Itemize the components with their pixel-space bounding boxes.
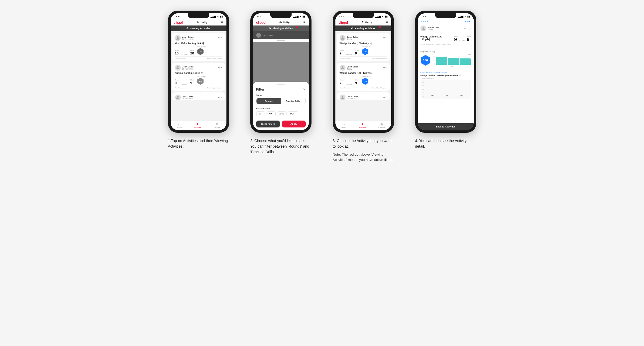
detail-user-name: Josh Coles (428, 26, 439, 29)
avatar-1 (175, 35, 181, 41)
filter-drills-btn[interactable]: Practice Drills (281, 98, 305, 104)
status-icons-1: ▂▄▆ ▼ ▮▮ (211, 15, 222, 18)
dashed-line (427, 84, 469, 84)
activities-list-3: Josh Coles Today ••• Wedge Ladder (100–1… (335, 31, 391, 121)
filter-icon-3: ⚙ (351, 27, 353, 30)
activities-list-1: Josh Coles 28 Feb 2023 ••• Must Make Put… (171, 31, 226, 121)
battery-icon: ▮▮ (220, 15, 223, 18)
viewing-banner-1[interactable]: ⚙ Viewing Activities (171, 25, 226, 31)
logo-2: clippd (256, 20, 266, 24)
stat-shots-label-1: OUT OF (182, 53, 188, 55)
viewing-banner-text-2: Viewing Activities (272, 27, 293, 30)
nav-activities-3[interactable]: ♟ Activities (359, 122, 366, 129)
filter-title: Filter (256, 87, 265, 91)
logo-1: clippd (174, 20, 183, 24)
wifi-icon-3: ▼ (382, 15, 384, 18)
back-button[interactable]: < Back (421, 20, 428, 23)
filter-chip-putt[interactable]: PUTT (288, 111, 298, 116)
red-dot-3 (379, 26, 381, 28)
filter-chip-app[interactable]: APP (267, 111, 276, 116)
user-date-2: 28 Feb 2023 (182, 68, 194, 70)
activity-card-3-3[interactable]: Josh Coles 28 Feb 2023 ••• (337, 92, 390, 100)
nav-activities-label-1: Activities (194, 127, 201, 129)
stat-sq-1: Shot Quality 75 (197, 46, 206, 55)
signal-icon-3: ▂▄▆ (375, 15, 381, 18)
card-stats-1: Score 10 OUT OF Shots 2 (175, 46, 222, 55)
activity-card-3-2[interactable]: Josh Coles Today ••• Wedge Ladder (100–1… (337, 63, 390, 91)
user-name-2: Josh Coles (182, 66, 194, 68)
score-val-1: 10 (175, 51, 179, 55)
card-user-info-1: Josh Coles 28 Feb 2023 (175, 35, 194, 41)
user-name-col-2: Josh Coles 28 Feb 2023 (182, 66, 194, 70)
expand-icon[interactable]: ⤢ (469, 27, 471, 30)
nav-activities-1[interactable]: ♟ Activities (194, 122, 201, 129)
card-title-2: Putting Combine (3-15 ft) (175, 72, 222, 74)
activity-card-3[interactable]: Josh Coles 28 Feb 2023 ••• (172, 92, 225, 100)
sq-badge-1: 75 (197, 48, 204, 55)
hamburger-icon-2[interactable]: ≡ (303, 20, 305, 24)
filter-chip-ott[interactable]: OTT (256, 111, 265, 116)
filter-actions: Clear Filters Apply (256, 121, 306, 127)
session-sq-label: → Avg Shot Quality (420, 77, 471, 79)
apply-button[interactable]: Apply (282, 121, 306, 127)
nav-capture-3[interactable]: ⊕ Capture (378, 122, 385, 129)
filter-rounds-btn[interactable]: Rounds (256, 98, 281, 104)
svg-point-5 (342, 96, 343, 97)
nav-capture-1[interactable]: ⊕ Capture (213, 122, 220, 129)
app-header-2: clippd Activity ≡ (253, 19, 309, 25)
signal-icon-2: ▂▄▆ (293, 15, 298, 18)
wifi-icon-2: ▼ (299, 15, 302, 18)
chart-x-label: APP (433, 65, 471, 67)
more-dots-2[interactable]: ••• (218, 66, 222, 70)
viewing-banner-text-3: Viewing Activities (355, 27, 375, 30)
filter-close-button[interactable]: ✕ (303, 88, 306, 91)
svg-point-2 (177, 96, 179, 97)
score-label-1: Score (175, 49, 179, 51)
status-time-1: 13:20 (174, 15, 180, 18)
activity-card-2[interactable]: Josh Coles 28 Feb 2023 ••• Putting Combi… (172, 63, 225, 91)
nav-home-1[interactable]: ⌂ Home (177, 122, 182, 129)
user-name-1: Josh Coles (182, 36, 194, 38)
hamburger-icon-3[interactable]: ≡ (386, 20, 388, 24)
viewing-banner-2[interactable]: ⚙ Viewing Activities (253, 25, 309, 31)
more-dots-1[interactable]: ••• (218, 36, 222, 40)
chart-top-label: 130 (433, 53, 471, 55)
activity-card-1[interactable]: Josh Coles 28 Feb 2023 ••• Must Make Put… (172, 33, 225, 61)
filter-header: Filter ✕ (256, 87, 306, 91)
header-title-3: Activity (361, 21, 372, 24)
screen-1: 13:20 ▂▄▆ ▼ ▮▮ clippd Activity ≡ ⚙ Vie (171, 13, 226, 130)
status-icons-3: ▂▄▆ ▼ ▮▮ (375, 15, 387, 18)
header-title-2: Activity (279, 21, 290, 24)
viewing-banner-text-1: Viewing Activities (190, 27, 210, 30)
hamburger-icon-1[interactable]: ≡ (221, 20, 223, 24)
data-source-1: Data: Clippd Capture (207, 57, 222, 59)
filter-chip-arg[interactable]: ARG (277, 111, 287, 116)
viewing-banner-3[interactable]: ⚙ Viewing Activities (335, 25, 391, 31)
big-hex-val: 130 (423, 59, 428, 62)
filter-show-label: Show (256, 94, 306, 96)
status-time-3: 13:20 (339, 15, 345, 18)
nav-home-3[interactable]: ⌂ Home (342, 122, 347, 129)
test-info-icon: ⓘ (420, 44, 422, 45)
home-icon-1: ⌂ (178, 122, 180, 126)
chart-bar-1 (436, 57, 447, 65)
activity-card-3-1[interactable]: Josh Coles Today ••• Wedge Ladder (100–1… (337, 33, 390, 61)
cancel-button[interactable]: Cancel (463, 20, 470, 23)
svg-point-6 (423, 27, 424, 28)
caption-1: 1.Tap on Activities and then 'Viewing Ac… (168, 138, 229, 149)
user-name-col-1: Josh Coles 28 Feb 2023 (182, 36, 194, 40)
clear-filters-button[interactable]: Clear Filters (256, 121, 280, 127)
pencil-icon[interactable]: ✏ (464, 27, 466, 30)
caption-4: 4. You can then see the Activity detail. (415, 138, 476, 149)
phone-col-2: 13:21 ▂▄▆ ▼ ▮▮ clippd Activity ≡ ⚙ Vie (244, 11, 318, 155)
filter-chips-row: OTT APP ARG PUTT (256, 111, 306, 116)
back-to-activities-button[interactable]: Back to Activities (418, 123, 474, 130)
filter-practice-label: Practice Drills (256, 107, 306, 110)
wifi-icon: ▼ (217, 15, 219, 18)
battery-icon-2: ▮▮ (302, 15, 305, 18)
card-title-1: Must Make Putting (3-6 ft) (175, 42, 222, 45)
out-of-1: OUT OF (182, 54, 188, 55)
shots-lbl-1: Shots (190, 49, 194, 51)
app-header-1: clippd Activity ≡ (171, 19, 226, 25)
filter-icon-2: ⚙ (269, 27, 271, 30)
